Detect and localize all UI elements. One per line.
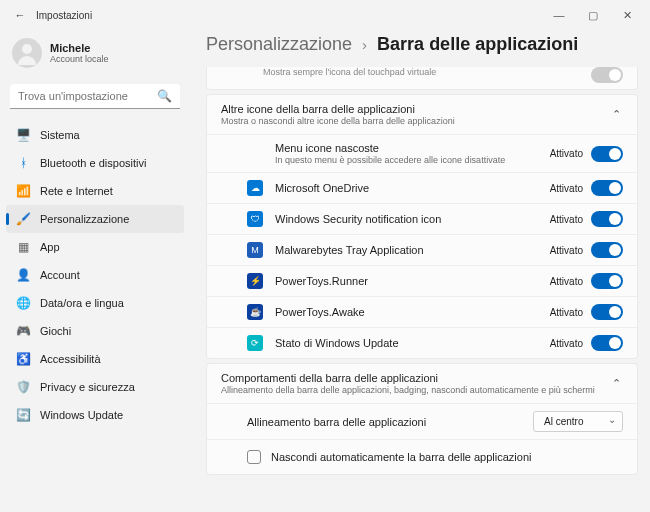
nav-label: Windows Update (40, 409, 123, 421)
search-box[interactable]: 🔍 (10, 84, 180, 109)
icon-row: MMalwarebytes Tray ApplicationAttivato (207, 234, 637, 265)
breadcrumb-current: Barra delle applicazioni (377, 34, 578, 55)
row-label: Menu icone nascoste (275, 142, 550, 154)
icon-row: ⟳Stato di Windows UpdateAttivato (207, 327, 637, 358)
behavior-header[interactable]: Comportamenti della barra delle applicaz… (207, 364, 637, 403)
title-bar: ← Impostazioni — ▢ ✕ (0, 0, 650, 30)
toggle-state-text: Attivato (550, 214, 583, 225)
sidebar-item-apps[interactable]: ▦App (6, 233, 184, 261)
app-icon: M (247, 242, 263, 258)
row-label: Stato di Windows Update (275, 337, 550, 349)
nav-icon: 👤 (16, 268, 30, 282)
profile-block[interactable]: Michele Account locale (6, 34, 184, 78)
nav-label: Sistema (40, 129, 80, 141)
nav-icon: 🎮 (16, 324, 30, 338)
profile-sub: Account locale (50, 54, 109, 64)
autohide-row[interactable]: Nascondi automaticamente la barra delle … (207, 439, 637, 474)
other-icons-header[interactable]: Altre icone della barra delle applicazio… (207, 95, 637, 134)
other-icons-section: Altre icone della barra delle applicazio… (206, 94, 638, 359)
sidebar-item-network[interactable]: 📶Rete e Internet (6, 177, 184, 205)
chevron-up-icon: ⌃ (610, 377, 623, 390)
alignment-row: Allineamento barra delle applicazioni Al… (207, 403, 637, 439)
minimize-button[interactable]: — (544, 4, 574, 26)
behavior-section: Comportamenti della barra delle applicaz… (206, 363, 638, 475)
main-content: Personalizzazione › Barra delle applicaz… (190, 30, 650, 512)
section-subtitle: Mostra o nascondi altre icone della barr… (221, 116, 610, 126)
nav-label: Rete e Internet (40, 185, 113, 197)
nav-label: Account (40, 269, 80, 281)
nav-label: Personalizzazione (40, 213, 129, 225)
toggle-switch[interactable] (591, 211, 623, 227)
app-icon: ☁ (247, 180, 263, 196)
close-button[interactable]: ✕ (612, 4, 642, 26)
toggle-state-text: Attivato (550, 338, 583, 349)
app-icon: ⟳ (247, 335, 263, 351)
sidebar: Michele Account locale 🔍 🖥️SistemaᚼBluet… (0, 30, 190, 512)
toggle-switch[interactable] (591, 335, 623, 351)
sidebar-item-personalization[interactable]: 🖌️Personalizzazione (6, 205, 184, 233)
toggle-state-text: Attivato (550, 307, 583, 318)
toggle-switch[interactable] (591, 242, 623, 258)
sidebar-item-system[interactable]: 🖥️Sistema (6, 121, 184, 149)
alignment-select[interactable]: Al centro (533, 411, 623, 432)
nav-icon: 📶 (16, 184, 30, 198)
icon-row: 🛡Windows Security notification iconAttiv… (207, 203, 637, 234)
behavior-title: Comportamenti della barra delle applicaz… (221, 372, 610, 384)
window-title: Impostazioni (36, 10, 92, 21)
back-button[interactable]: ← (8, 9, 32, 21)
row-label: PowerToys.Runner (275, 275, 550, 287)
nav-label: Accessibilità (40, 353, 101, 365)
toggle-switch[interactable] (591, 273, 623, 289)
toggle-switch[interactable] (591, 146, 623, 162)
nav-icon: ♿ (16, 352, 30, 366)
nav-icon: 🌐 (16, 296, 30, 310)
breadcrumb: Personalizzazione › Barra delle applicaz… (206, 30, 642, 67)
icon-row: Menu icone nascosteIn questo menu è poss… (207, 134, 637, 172)
behavior-subtitle: Allineamento della barra delle applicazi… (221, 385, 610, 395)
toggle-state-text: Attivato (550, 276, 583, 287)
alignment-label: Allineamento barra delle applicazioni (247, 416, 533, 428)
sidebar-item-gaming[interactable]: 🎮Giochi (6, 317, 184, 345)
toggle-switch[interactable] (591, 304, 623, 320)
icon-row: ☕PowerToys.AwakeAttivato (207, 296, 637, 327)
row-label: Windows Security notification icon (275, 213, 550, 225)
app-icon: 🛡 (247, 211, 263, 227)
app-icon: ☕ (247, 304, 263, 320)
touchpad-row-partial[interactable]: Mostra sempre l'icona del touchpad virtu… (206, 67, 638, 90)
row-label: PowerToys.Awake (275, 306, 550, 318)
sidebar-item-account[interactable]: 👤Account (6, 261, 184, 289)
row-label: Malwarebytes Tray Application (275, 244, 550, 256)
sidebar-item-update[interactable]: 🔄Windows Update (6, 401, 184, 429)
autohide-label: Nascondi automaticamente la barra delle … (271, 451, 531, 463)
nav-label: Data/ora e lingua (40, 297, 124, 309)
row-label: Microsoft OneDrive (275, 182, 550, 194)
search-icon: 🔍 (157, 89, 172, 103)
nav-icon: ᚼ (16, 156, 30, 170)
toggle-state-text: Attivato (550, 183, 583, 194)
touchpad-toggle[interactable] (591, 67, 623, 83)
toggle-state-text: Attivato (550, 148, 583, 159)
sidebar-item-bluetooth[interactable]: ᚼBluetooth e dispositivi (6, 149, 184, 177)
app-icon: ⚡ (247, 273, 263, 289)
nav-icon: 🖥️ (16, 128, 30, 142)
nav-label: Bluetooth e dispositivi (40, 157, 146, 169)
nav-label: Privacy e sicurezza (40, 381, 135, 393)
chevron-up-icon: ⌃ (610, 108, 623, 121)
touchpad-label: Mostra sempre l'icona del touchpad virtu… (263, 67, 436, 77)
sidebar-item-time-lang[interactable]: 🌐Data/ora e lingua (6, 289, 184, 317)
sidebar-item-privacy[interactable]: 🛡️Privacy e sicurezza (6, 373, 184, 401)
search-input[interactable] (10, 84, 180, 109)
nav-icon: ▦ (16, 240, 30, 254)
row-subtitle: In questo menu è possibile accedere alle… (275, 155, 550, 165)
maximize-button[interactable]: ▢ (578, 4, 608, 26)
section-title: Altre icone della barra delle applicazio… (221, 103, 610, 115)
nav-icon: 🖌️ (16, 212, 30, 226)
toggle-switch[interactable] (591, 180, 623, 196)
nav-icon: 🛡️ (16, 380, 30, 394)
nav-label: App (40, 241, 60, 253)
nav-icon: 🔄 (16, 408, 30, 422)
icon-row: ⚡PowerToys.RunnerAttivato (207, 265, 637, 296)
autohide-checkbox[interactable] (247, 450, 261, 464)
sidebar-item-accessibility[interactable]: ♿Accessibilità (6, 345, 184, 373)
breadcrumb-parent[interactable]: Personalizzazione (206, 34, 352, 55)
